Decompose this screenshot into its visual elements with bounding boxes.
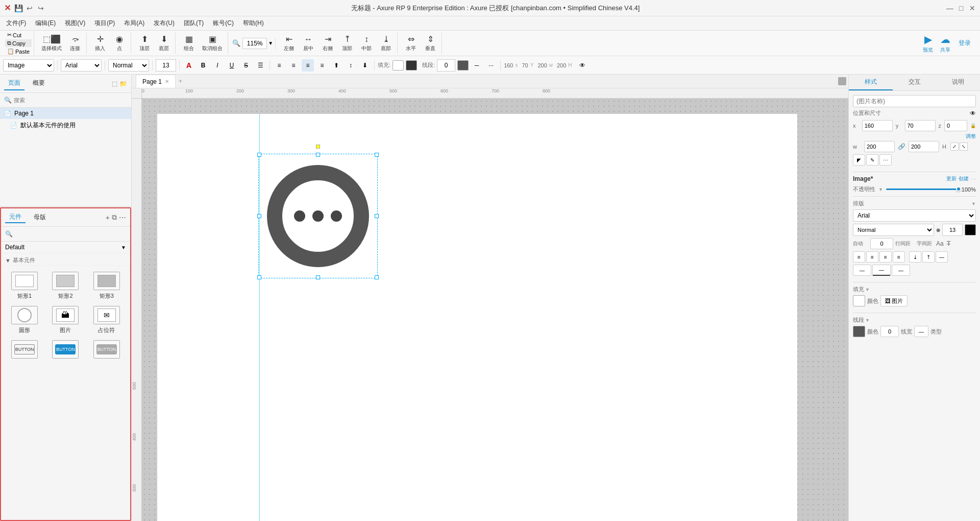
bold-btn[interactable]: B [197,59,209,72]
widget-name-input[interactable] [853,95,976,107]
lock-wh-icon[interactable]: 🔗 [898,143,905,150]
comp-item-image[interactable]: 🏔 图片 [46,304,85,336]
italic-btn[interactable]: I [211,59,224,72]
update-btn[interactable]: 更新 [946,175,957,182]
align-right-btn[interactable]: ⇥ 右侧 [318,33,337,54]
border-type-btn[interactable]: — [914,326,928,337]
border-line-3[interactable]: — [892,265,910,276]
page-item-1[interactable]: 📄 Page 1 [0,108,131,119]
text-indent-more[interactable]: — [936,251,948,263]
close-btn[interactable]: ✕ [969,5,976,12]
expand-btn[interactable]: ⤢ [950,143,959,151]
lock-icon[interactable]: 🔒 [970,123,976,128]
right-tab-style[interactable]: 样式 [849,75,893,90]
border-style-btn[interactable]: ─ [471,59,483,72]
canvas-image-widget[interactable] [259,155,377,277]
right-tab-interact[interactable]: 交互 [893,75,937,90]
tab-pages[interactable]: 页面 [4,77,24,90]
text-align-justify-btn[interactable]: ≡ [316,59,328,72]
fill-image-btn[interactable]: 🖼 图片 [880,295,908,306]
right-style-select[interactable]: Normal [853,224,934,236]
zoom-dropdown-icon[interactable]: ▼ [268,40,273,46]
resize-toggle[interactable]: 调整 [853,133,976,140]
paste-btn[interactable]: 📋 Paste [5,48,32,55]
visibility-btn[interactable]: 👁 [576,59,589,72]
x-input[interactable] [862,120,893,131]
menu-file[interactable]: 文件(F) [2,18,30,29]
align-top-btn[interactable]: ⤒ 顶部 [338,33,356,54]
insert-btn[interactable]: ✛ 插入 [91,33,109,54]
fill-dark-picker[interactable] [406,60,417,70]
contract-btn[interactable]: ⤡ [960,143,968,151]
comp-item-rect3[interactable]: 矩形3 [87,270,126,302]
border-color-picker[interactable] [457,60,469,70]
text-left-btn[interactable]: ≡ [853,251,865,263]
create-btn[interactable]: 创建 [959,175,969,182]
copy-btn[interactable]: ⧉ Copy [5,39,32,47]
login-btn[interactable]: 登录 [954,37,975,50]
comp-item-rect2[interactable]: 矩形2 [46,270,85,302]
point-btn[interactable]: ◉ 点 [110,33,129,54]
pos-align-tl[interactable]: ◤ [853,154,865,165]
canvas-tab-page1[interactable]: Page 1 ✕ [136,75,176,88]
auto-input[interactable] [870,238,893,249]
font-size-input[interactable] [156,59,176,72]
tab-close-btn[interactable]: ✕ [165,79,169,84]
right-font-select[interactable]: Arial [853,209,976,222]
distribute-v-btn[interactable]: ⇕ 垂直 [421,33,439,54]
comp-item-btn3[interactable]: BUTTON btn [87,338,126,369]
zoom-input[interactable] [242,38,267,49]
pos-align-edit[interactable]: ✎ [866,154,878,165]
handle-rotate[interactable] [316,145,320,149]
comp-item-placeholder[interactable]: ✉ 占位符 [87,304,126,336]
comp-search-input[interactable] [13,229,126,239]
style-dropdown-icon[interactable]: ⊕ [936,227,940,233]
border-width-val-input[interactable] [880,326,899,337]
comp-item-btn2[interactable]: BUTTON btn [46,338,85,369]
align-left-btn[interactable]: ⇤ 左侧 [280,33,298,54]
menu-help[interactable]: 帮助(H) [239,18,268,29]
menu-project[interactable]: 项目(P) [90,18,119,29]
tab-components[interactable]: 元件 [5,211,26,223]
page-item-2[interactable]: 📄 默认基本元件的使用 [0,119,131,132]
copy-comp-btn[interactable]: ⧉ [112,213,117,222]
preview-btn[interactable]: ▶ 预览 [920,32,936,55]
connect-btn[interactable]: ⤼ 连接 [66,33,84,54]
canvas-viewport[interactable]: CSDN @保持微笑^_^ [142,99,848,521]
comp-item-btn1[interactable]: BUTTON btn [5,338,44,369]
top-layer-btn[interactable]: ⬆ 顶层 [135,33,154,54]
border-color-swatch[interactable] [853,326,865,337]
strikethrough-btn[interactable]: S [240,59,252,72]
text-valign-bot-btn[interactable]: ⬇ [359,59,371,72]
w-input[interactable] [864,141,895,152]
redo-btn[interactable]: ↪ [37,5,44,12]
text-align-right-btn[interactable]: ≡ [302,59,314,72]
more-comp-btn[interactable]: ⋯ [119,213,126,222]
fill-color-picker[interactable] [393,60,404,70]
border-width-input[interactable] [437,59,455,72]
cut-btn[interactable]: ✂ Cut [5,31,32,39]
fill-color-picker[interactable] [853,295,865,306]
border-toggle[interactable]: ▼ [865,318,870,323]
menu-account[interactable]: 账号(C) [209,18,238,29]
undo-btn[interactable]: ↩ [26,5,33,12]
pos-align-more[interactable]: ⋯ [879,154,892,165]
menu-layout[interactable]: 布局(A) [120,18,149,29]
text-align-left-btn[interactable]: ≡ [273,59,285,72]
opacity-slider[interactable] [886,188,959,190]
align-bottom-btn[interactable]: ⤓ 底部 [377,33,395,54]
maximize-btn[interactable]: □ [958,5,965,12]
opacity-toggle[interactable]: ▼ [878,187,883,192]
ungroup-btn[interactable]: ▣ 取消组合 [199,33,226,54]
tab-masters[interactable]: 母版 [30,212,50,223]
add-tab-btn[interactable]: + [176,78,185,85]
distribute-h-btn[interactable]: ⇔ 水平 [402,33,420,54]
save-btn[interactable]: 💾 [15,5,22,12]
text-valign-top-btn[interactable]: ⬆ [330,59,342,72]
widget-type-select[interactable]: Image [3,59,54,72]
text-indent-right[interactable]: ⤒ [922,251,935,263]
border-more-btn[interactable]: ··· [485,59,497,72]
right-tab-notes[interactable]: 说明 [936,75,980,90]
canvas-settings-btn[interactable] [838,77,846,85]
y-input[interactable] [905,120,936,131]
